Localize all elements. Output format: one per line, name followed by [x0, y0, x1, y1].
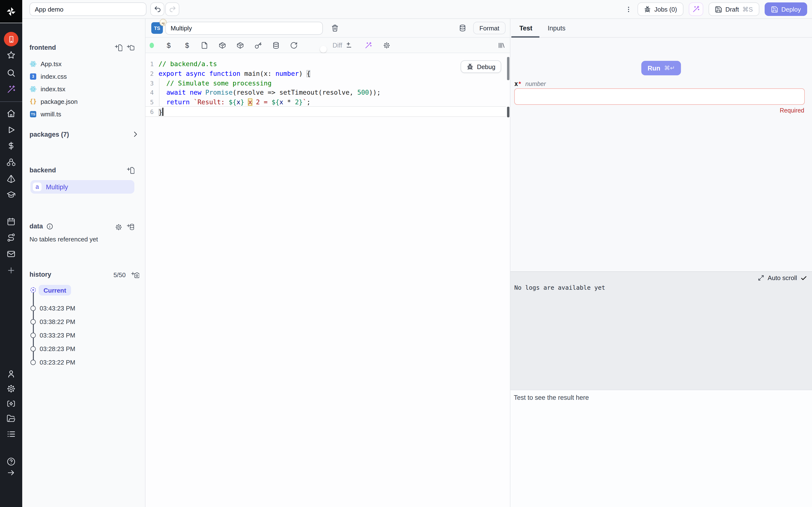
timeline-node[interactable]: [31, 306, 36, 311]
bug-icon: [644, 6, 651, 13]
rail-item-logs[interactable]: [6, 430, 16, 441]
file-icon-button[interactable]: [201, 41, 208, 49]
check-icon[interactable]: [800, 275, 807, 281]
debug-button[interactable]: Debug: [460, 60, 501, 73]
rail-item-variables[interactable]: [6, 141, 16, 152]
timeline-node[interactable]: [31, 346, 36, 351]
code-line-2[interactable]: 2export async function main(x: number) {: [146, 69, 506, 78]
scrollbar-thumb[interactable]: [507, 57, 509, 80]
code-line-4[interactable]: 4 await new Promise(resolve => setTimeou…: [146, 88, 506, 97]
rail-item-home[interactable]: [6, 109, 16, 120]
folder-open-icon: [6, 414, 16, 423]
more-menu-button[interactable]: [625, 6, 632, 13]
timeline-node[interactable]: [31, 360, 36, 365]
x-number-input[interactable]: [514, 89, 805, 105]
rail-item-schedules[interactable]: [7, 217, 15, 228]
rail-expand[interactable]: [7, 468, 15, 479]
code-editor[interactable]: Debug 1// backend/a.ts2export async func…: [146, 53, 510, 507]
code-line-3[interactable]: 3 // Simulate some processing: [146, 78, 506, 88]
add-table-button[interactable]: [126, 223, 134, 231]
file-item-package.json[interactable]: {}package.json: [30, 95, 141, 108]
rail-item-add[interactable]: [6, 266, 16, 277]
format-button[interactable]: Format: [473, 22, 506, 34]
delete-script-button[interactable]: [331, 24, 339, 34]
rail-item-ai[interactable]: [6, 85, 16, 96]
timeline-node[interactable]: [31, 319, 36, 325]
history-entry[interactable]: 03:28:23 PM: [40, 345, 75, 352]
rail-item-triggers[interactable]: [6, 174, 16, 185]
left-icon-rail: [0, 0, 22, 507]
deploy-button[interactable]: Deploy: [764, 2, 807, 16]
package2-icon-button[interactable]: [236, 41, 244, 49]
ai-wand-button[interactable]: [364, 41, 372, 49]
file-item-index.tsx[interactable]: index.tsx: [30, 82, 141, 95]
expand-icon[interactable]: [758, 275, 764, 281]
rail-item-learn[interactable]: [6, 190, 16, 201]
file-item-App.tsx[interactable]: App.tsx: [30, 57, 141, 70]
rail-item-apps[interactable]: [4, 32, 18, 46]
explorer-panel: frontend App.tsx3index.cssindex.tsx{}pac…: [22, 19, 146, 507]
file-name: App.tsx: [41, 60, 62, 67]
rail-item-favorites[interactable]: [6, 50, 16, 62]
rail-item-inbox[interactable]: [6, 249, 16, 261]
key-icon-button[interactable]: [254, 41, 262, 49]
resources-button[interactable]: $: [185, 41, 189, 49]
redo-button[interactable]: [165, 2, 179, 16]
code-line-6[interactable]: 6}: [146, 107, 506, 116]
info-icon[interactable]: [46, 223, 53, 230]
history-entry[interactable]: 03:33:23 PM: [40, 332, 75, 339]
undo-button[interactable]: [150, 2, 164, 16]
history-current-badge[interactable]: Current: [39, 285, 71, 295]
data-settings-button[interactable]: [115, 223, 122, 231]
history-entry[interactable]: 03:23:22 PM: [40, 359, 75, 366]
app-name-input[interactable]: [30, 2, 146, 16]
rail-item-folders[interactable]: [6, 414, 16, 425]
plus-minus-icon[interactable]: [345, 42, 353, 49]
line-number: 1: [146, 61, 158, 68]
timeline-node-current[interactable]: [31, 287, 36, 293]
ai-assistant-button[interactable]: [689, 2, 703, 16]
draft-button[interactable]: Draft⌘S: [708, 2, 759, 16]
rail-item-workers[interactable]: [6, 399, 16, 410]
editor-settings-button[interactable]: [383, 42, 390, 49]
code-line-1[interactable]: 1// backend/a.ts: [146, 59, 506, 69]
rail-item-runs[interactable]: [6, 125, 16, 136]
database-icon-button[interactable]: [272, 41, 280, 49]
file-item-index.css[interactable]: 3index.css: [30, 70, 141, 82]
rail-item-resources[interactable]: [6, 158, 16, 169]
add-file-button[interactable]: [114, 44, 122, 52]
braces-icon: {}: [30, 98, 37, 105]
add-folder-button[interactable]: [126, 44, 134, 52]
rail-item-search[interactable]: [6, 68, 16, 79]
data-section-actions: [115, 223, 134, 231]
route-icon: [6, 233, 16, 242]
packages-toggle[interactable]: packages (7): [30, 130, 139, 138]
calendar-icon: [7, 217, 15, 226]
package-icon-button[interactable]: [218, 41, 226, 49]
timeline-node[interactable]: [31, 333, 36, 338]
file-item-wmill.ts[interactable]: TSwmill.ts: [30, 108, 141, 120]
rail-item-settings[interactable]: [6, 384, 16, 395]
tab-inputs[interactable]: Inputs: [543, 19, 570, 37]
history-entry[interactable]: 03:38:22 PM: [40, 318, 75, 326]
rail-item-user[interactable]: [6, 369, 16, 380]
run-button[interactable]: Run ⌘↵: [642, 61, 681, 75]
user-icon: [6, 369, 16, 378]
variables-button[interactable]: $: [167, 41, 170, 49]
history-entry[interactable]: 03:43:23 PM: [40, 305, 75, 312]
jobs-button[interactable]: Jobs (0): [637, 2, 683, 16]
windmill-logo[interactable]: [0, 0, 22, 23]
editor-header: TS Format: [146, 19, 510, 38]
add-snapshot-button[interactable]: [131, 271, 139, 279]
refresh-icon-button[interactable]: [290, 41, 298, 49]
script-name-input[interactable]: [165, 22, 323, 35]
backend-item-Multiply[interactable]: aMultiply: [31, 180, 134, 193]
rail-item-flows[interactable]: [6, 233, 16, 244]
library-icon-button[interactable]: [498, 42, 505, 49]
code-line-5[interactable]: 5 return `Result: ${x} x 2 = ${x * 2}`;: [146, 98, 506, 107]
rail-item-help[interactable]: [6, 457, 16, 468]
database-icon[interactable]: [459, 24, 466, 32]
required-asterisk: *: [519, 80, 521, 88]
add-script-button[interactable]: [126, 167, 134, 174]
tab-test[interactable]: Test: [514, 19, 538, 37]
